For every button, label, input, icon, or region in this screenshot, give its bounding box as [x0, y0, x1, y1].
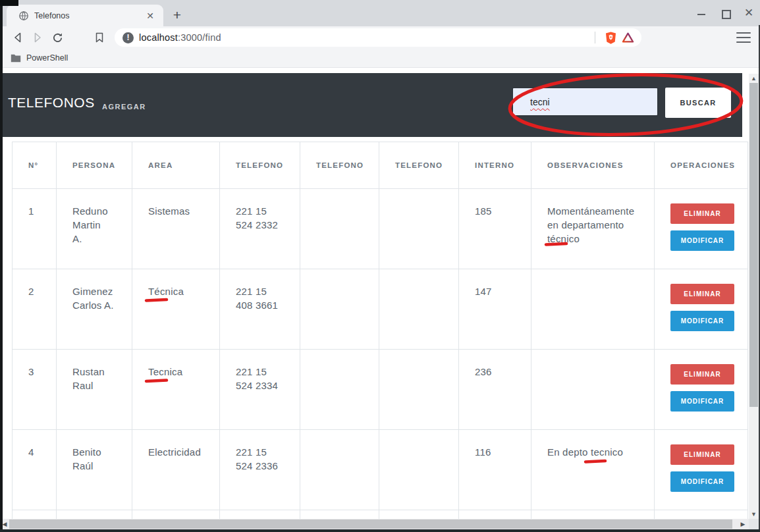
table-header-row: N° PERSONA AREA TELEFONO TELEFONO TELEFO…	[13, 142, 748, 189]
cell-telefono1: 221 15 524 2334	[220, 350, 300, 430]
app-navbar: TELEFONOS AGREGAR tecni BUSCAR	[0, 73, 742, 137]
window-close-icon[interactable]: ✕	[744, 9, 753, 18]
address-bar[interactable]: ! localhost:3000/find	[115, 28, 641, 47]
cell-observaciones: Momentáneamente en departamento técnico	[531, 189, 655, 269]
col-header-telefono2: TELEFONO	[300, 142, 379, 189]
cell-operaciones: ELIMINAR MODIFICAR	[655, 189, 748, 269]
cell-area: Tecnica	[132, 350, 220, 430]
cell-n: 4	[13, 430, 57, 510]
cell-telefono1: 221 15 524 2332	[220, 189, 300, 269]
eliminar-button[interactable]: ELIMINAR	[670, 444, 734, 465]
modificar-button[interactable]: MODIFICAR	[670, 391, 734, 412]
cell-telefono1: 221 15 408 3661	[220, 269, 300, 350]
horizontal-scrollbar[interactable]: ◀ ▶	[0, 519, 749, 529]
col-header-telefono3: TELEFONO	[379, 142, 459, 189]
reload-icon[interactable]	[47, 28, 67, 47]
table-row: 1 Reduno Martin A. Sistemas 221 15 524 2…	[13, 189, 748, 269]
cell-telefono3	[379, 430, 459, 510]
browser-tab[interactable]: Telefonos ✕	[7, 5, 163, 26]
cell-telefono2	[300, 350, 379, 430]
bookmark-label: PowerShell	[26, 53, 68, 63]
window-corner	[0, 0, 18, 6]
table-row: 4 Benito Raúl Electricidad 221 15 524 23…	[13, 430, 748, 510]
horizontal-scrollbar-thumb[interactable]	[9, 519, 732, 529]
cell-interno: 116	[459, 430, 531, 510]
site-info-icon[interactable]: !	[122, 32, 134, 43]
cell-area: Sistemas	[132, 189, 220, 269]
nav-link-agregar[interactable]: AGREGAR	[102, 103, 146, 111]
back-icon[interactable]	[8, 28, 28, 47]
modificar-button[interactable]: MODIFICAR	[670, 311, 734, 331]
tab-title: Telefonos	[34, 11, 144, 20]
cell-interno: 185	[459, 189, 531, 269]
cell-telefono2	[300, 269, 379, 350]
cell-telefono3	[379, 350, 459, 430]
minimize-icon[interactable]	[697, 9, 706, 18]
titlebar: Telefonos ✕ + ✕	[0, 0, 760, 26]
col-header-observaciones: OBSERVACIONES	[531, 142, 655, 189]
cell-telefono2	[300, 430, 379, 510]
url-path: :3000/find	[178, 32, 221, 43]
window-edge	[0, 0, 3, 532]
triangle-extension-icon[interactable]	[619, 30, 636, 45]
modificar-button[interactable]: MODIFICAR	[670, 471, 734, 492]
cell-operaciones: ELIMINAR MODIFICAR	[655, 350, 748, 430]
menu-icon[interactable]	[736, 32, 751, 43]
cell-interno: 147	[459, 269, 531, 350]
new-tab-button[interactable]: +	[169, 7, 186, 24]
col-header-area: AREA	[132, 142, 220, 189]
globe-icon	[18, 11, 29, 21]
tab-close-icon[interactable]: ✕	[144, 11, 157, 21]
browser-window: Telefonos ✕ + ✕ ! localhost:3000/find	[0, 0, 760, 532]
vertical-scrollbar[interactable]: ▲ ▼	[749, 74, 759, 519]
cell-persona: Gimenez Carlos A.	[57, 269, 132, 350]
eliminar-button[interactable]: ELIMINAR	[670, 203, 734, 224]
table-row: 2 Gimenez Carlos A. Técnica 221 15 408 3…	[13, 269, 748, 350]
eliminar-button[interactable]: ELIMINAR	[670, 364, 734, 385]
col-header-n: N°	[13, 142, 57, 189]
col-header-persona: PERSONA	[57, 142, 132, 189]
forward-icon[interactable]	[28, 28, 47, 47]
buscar-button[interactable]: BUSCAR	[665, 88, 731, 118]
scroll-down-icon[interactable]: ▼	[749, 510, 759, 519]
cell-telefono3	[379, 189, 459, 269]
eliminar-button[interactable]: ELIMINAR	[670, 284, 734, 304]
cell-operaciones: ELIMINAR MODIFICAR	[655, 269, 748, 350]
cell-observaciones	[531, 350, 655, 430]
divider	[595, 32, 595, 43]
page-content: TELEFONOS AGREGAR tecni BUSCAR N° PERSON…	[0, 68, 760, 529]
col-header-interno: INTERNO	[459, 142, 531, 189]
search-input-value: tecni	[530, 97, 550, 107]
bookmark-item-powershell[interactable]: PowerShell	[11, 53, 68, 63]
browser-toolbar: ! localhost:3000/find	[0, 26, 760, 49]
cell-telefono1: 221 15 524 2336	[220, 430, 300, 510]
cell-operaciones: ELIMINAR MODIFICAR	[655, 430, 748, 510]
cell-interno: 236	[459, 350, 531, 430]
vertical-scrollbar-thumb[interactable]	[749, 83, 758, 407]
cell-area: Electricidad	[132, 430, 220, 510]
url-text: localhost:3000/find	[139, 32, 588, 43]
cell-n: 1	[13, 189, 57, 269]
folder-icon	[11, 54, 21, 63]
scroll-up-icon[interactable]: ▲	[749, 74, 759, 83]
cell-persona: Reduno Martin A.	[57, 189, 132, 269]
brave-shield-icon[interactable]	[602, 30, 619, 45]
cell-area: Técnica	[132, 269, 220, 350]
table-row: 3 Rustan Raul Tecnica 221 15 524 2334 23…	[13, 350, 748, 430]
cell-observaciones	[531, 269, 655, 350]
app-brand[interactable]: TELEFONOS	[8, 95, 95, 111]
cell-telefono3	[379, 269, 459, 350]
search-input[interactable]: tecni	[512, 87, 659, 117]
window-edge	[0, 529, 760, 532]
modificar-button[interactable]: MODIFICAR	[670, 230, 734, 251]
window-controls: ✕	[697, 0, 753, 26]
url-host: localhost	[139, 32, 178, 43]
cell-persona: Benito Raúl	[57, 430, 132, 510]
cell-telefono2	[300, 189, 379, 269]
maximize-icon[interactable]	[720, 9, 730, 18]
bookmark-icon[interactable]	[90, 28, 109, 47]
cell-persona: Rustan Raul	[57, 350, 132, 430]
cell-observaciones: En depto tecnico	[531, 430, 655, 510]
bookmarks-bar: PowerShell	[0, 49, 760, 68]
scroll-right-icon[interactable]: ▶	[738, 519, 747, 529]
